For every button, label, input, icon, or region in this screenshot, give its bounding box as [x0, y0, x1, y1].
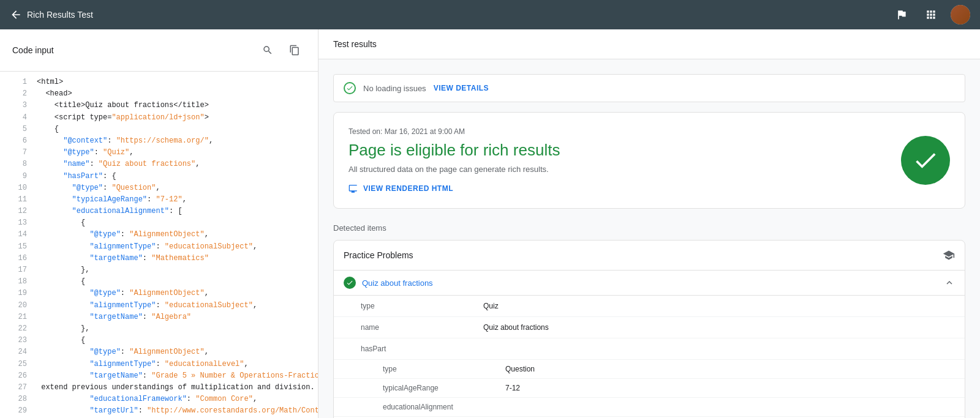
monitor-icon: [349, 184, 358, 193]
detected-items-label: Detected items: [333, 223, 965, 233]
code-line: 12 "educationalAlignment": [: [0, 206, 318, 217]
view-rendered-html-button[interactable]: VIEW RENDERED HTML: [349, 184, 453, 193]
code-line: 4 <script type="application/ld+json">: [0, 112, 318, 124]
code-line: 2 <head>: [0, 88, 318, 100]
checkmark-icon: [346, 84, 353, 92]
right-panel: Test results No loading issues VIEW DETA…: [318, 29, 980, 418]
result-subtitle: All structured data on the page can gene…: [349, 165, 886, 174]
code-line: 22 },: [0, 323, 318, 335]
code-line: 15 "alignmentType": "educationalSubject"…: [0, 241, 318, 253]
status-bar: No loading issues VIEW DETAILS: [333, 74, 965, 102]
code-line: 29 "targetUrl": "http://www.corestandard…: [0, 405, 318, 417]
topbar-title: Rich Results Test: [27, 10, 93, 20]
code-line: 6 "@context": "https://schema.org/",: [0, 135, 318, 147]
large-checkmark-icon: [912, 147, 939, 174]
topbar-icons: [892, 5, 970, 24]
code-line: 7 "@type": "Quiz",: [0, 147, 318, 159]
grid-icon: [925, 9, 937, 21]
avatar[interactable]: [951, 5, 970, 24]
code-line: 16 "targetName": "Mathematics": [0, 253, 318, 264]
code-line: 23 {: [0, 335, 318, 346]
nested-property-type: type Question: [334, 360, 965, 379]
flag-icon: [895, 9, 908, 21]
section-title: Practice Problems: [344, 250, 413, 260]
code-line: 18 {: [0, 276, 318, 288]
property-row-type: type Quiz: [334, 296, 965, 317]
search-button[interactable]: [257, 39, 279, 61]
view-details-link[interactable]: VIEW DETAILS: [434, 84, 489, 92]
code-input-header: Code input: [0, 29, 318, 72]
left-panel: Code input 1<html> 2 <head> 3 <title>Qui…: [0, 29, 318, 418]
nested-property-edu-alignment: educationalAlignment: [334, 398, 965, 417]
detected-items-header: Practice Problems: [334, 241, 965, 271]
code-line: 24 "@type": "AlignmentObject",: [0, 346, 318, 358]
search-icon: [262, 45, 273, 56]
copy-icon: [289, 45, 300, 56]
test-results-title: Test results: [333, 39, 377, 49]
code-input-title: Code input: [12, 45, 54, 55]
status-text: No loading issues: [363, 84, 426, 93]
code-line: 14 "@type": "AlignmentObject",: [0, 229, 318, 241]
main-layout: Code input 1<html> 2 <head> 3 <title>Qui…: [0, 29, 980, 418]
code-line: 20 "alignmentType": "educationalSubject"…: [0, 300, 318, 312]
status-check-icon: [344, 82, 356, 94]
item-check-icon: [344, 277, 356, 289]
topbar: Rich Results Test: [0, 0, 980, 29]
code-line: 5 {: [0, 124, 318, 135]
code-line: 9 "hasPart": {: [0, 171, 318, 182]
code-line: 19 "@type": "AlignmentObject",: [0, 288, 318, 299]
property-row-haspart: hasPart: [334, 338, 965, 360]
graduation-icon: [943, 249, 955, 261]
grid-button[interactable]: [921, 5, 941, 24]
back-button[interactable]: Rich Results Test: [10, 9, 93, 21]
test-results-header: Test results: [318, 29, 980, 59]
copy-button[interactable]: [284, 39, 306, 61]
success-check-circle: [901, 136, 950, 185]
code-line: 25 "alignmentType": "educationalLevel",: [0, 359, 318, 370]
code-line: 11 "typicalAgeRange": "7-12",: [0, 194, 318, 206]
code-line: 8 "name": "Quiz about fractions",: [0, 159, 318, 170]
result-card-left: Tested on: Mar 16, 2021 at 9:00 AM Page …: [349, 127, 886, 193]
detected-items-card: Practice Problems Quiz about fractions: [333, 240, 965, 418]
result-card: Tested on: Mar 16, 2021 at 9:00 AM Page …: [333, 112, 965, 209]
code-line: 27 extend previous understandings of mul…: [0, 382, 318, 394]
item-row-title[interactable]: Quiz about fractions: [334, 271, 965, 296]
code-line: 3 <title>Quiz about fractions</title>: [0, 100, 318, 111]
code-line: 1<html>: [0, 77, 318, 88]
result-title: Page is eligible for rich results: [349, 141, 886, 160]
result-tested: Tested on: Mar 16, 2021 at 9:00 AM: [349, 127, 886, 136]
code-editor[interactable]: 1<html> 2 <head> 3 <title>Quiz about fra…: [0, 72, 318, 418]
property-row-name: name Quiz about fractions: [334, 317, 965, 338]
code-line: 26 "targetName": "Grade 5 » Number & Ope…: [0, 370, 318, 382]
item-checkmark-icon: [346, 279, 353, 286]
code-line: 17 },: [0, 264, 318, 276]
right-content[interactable]: No loading issues VIEW DETAILS Tested on…: [318, 59, 980, 418]
result-icon-wrap: [901, 136, 950, 185]
back-arrow-icon: [10, 9, 22, 21]
code-line: 21 "targetName": "Algebra": [0, 312, 318, 323]
item-name: Quiz about fractions: [362, 278, 938, 288]
nested-property-age-range: typicalAgeRange 7-12: [334, 379, 965, 398]
code-line: 28 "educationalFramework": "Common Core"…: [0, 394, 318, 405]
code-line: 10 "@type": "Question",: [0, 182, 318, 194]
header-actions: [257, 39, 306, 61]
chevron-up-icon: [944, 277, 955, 288]
code-line: 13 {: [0, 217, 318, 229]
flag-button[interactable]: [892, 5, 911, 24]
view-rendered-html-label: VIEW RENDERED HTML: [363, 184, 453, 193]
